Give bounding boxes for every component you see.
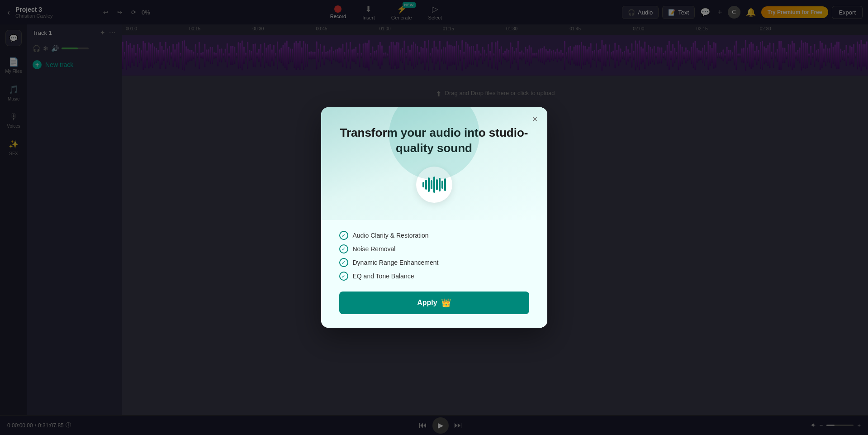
feature-item-3: ✓ EQ and Tone Balance	[339, 272, 529, 281]
check-icon-2: ✓	[339, 258, 348, 267]
apply-label: Apply	[417, 299, 437, 307]
wbar-2	[425, 180, 427, 190]
wbar-4	[431, 180, 432, 189]
modal-close-button[interactable]: ×	[528, 113, 542, 126]
wbar-8	[441, 181, 443, 189]
modal-body: ✓ Audio Clarity & Restoration ✓ Noise Re…	[321, 220, 547, 328]
feature-item-0: ✓ Audio Clarity & Restoration	[339, 231, 529, 240]
wbar-9	[444, 178, 446, 191]
wbar-6	[436, 179, 438, 190]
check-icon-3: ✓	[339, 272, 348, 281]
feature-label-0: Audio Clarity & Restoration	[353, 232, 429, 239]
modal-deco-circle	[389, 107, 479, 180]
check-icon-1: ✓	[339, 244, 348, 253]
wbar-7	[439, 178, 441, 191]
feature-label-1: Noise Removal	[353, 245, 396, 253]
wbar-1	[422, 182, 424, 187]
feature-list: ✓ Audio Clarity & Restoration ✓ Noise Re…	[339, 231, 529, 281]
feature-label-3: EQ and Tone Balance	[353, 272, 414, 280]
feature-label-2: Dynamic Range Enhancement	[353, 259, 439, 266]
crown-icon: 👑	[441, 298, 451, 308]
modal-dialog: × Transform your audio into studio-quali…	[321, 107, 547, 328]
check-icon-0: ✓	[339, 231, 348, 240]
feature-item-2: ✓ Dynamic Range Enhancement	[339, 258, 529, 267]
feature-item-1: ✓ Noise Removal	[339, 244, 529, 253]
modal-overlay[interactable]: × Transform your audio into studio-quali…	[0, 0, 868, 435]
apply-button[interactable]: Apply 👑	[339, 292, 529, 314]
modal-top-section: × Transform your audio into studio-quali…	[321, 107, 547, 220]
wbar-3	[428, 177, 430, 192]
